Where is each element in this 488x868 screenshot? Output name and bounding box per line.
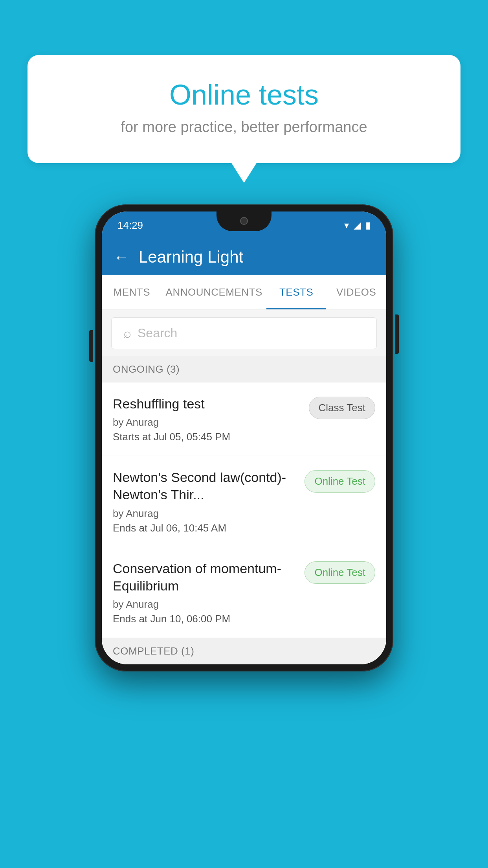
test-name-2: Newton's Second law(contd)-Newton's Thir… <box>113 469 297 503</box>
completed-title: COMPLETED (1) <box>113 645 194 657</box>
bubble-title: Online tests <box>59 79 429 111</box>
test-item-conservation[interactable]: Conservation of momentum-Equilibrium by … <box>102 547 386 638</box>
back-button[interactable]: ← <box>114 248 129 266</box>
test-date-1: Starts at Jul 05, 05:45 PM <box>113 431 301 443</box>
test-name-3: Conservation of momentum-Equilibrium <box>113 560 297 594</box>
status-time: 14:29 <box>117 219 143 232</box>
test-author-1: by Anurag <box>113 416 301 428</box>
test-author-3: by Anurag <box>113 598 297 611</box>
test-item-newton[interactable]: Newton's Second law(contd)-Newton's Thir… <box>102 456 386 547</box>
battery-icon: ▮ <box>365 220 371 231</box>
tab-ments[interactable]: MENTS <box>102 275 162 309</box>
test-badge-class: Class Test <box>309 397 375 419</box>
search-container: ⌕ Search <box>102 310 386 356</box>
signal-icon: ◢ <box>354 220 361 231</box>
status-icons: ▾ ◢ ▮ <box>344 220 371 231</box>
ongoing-section-header: ONGOING (3) <box>102 356 386 383</box>
tab-tests[interactable]: TESTS <box>266 275 327 309</box>
tab-announcements[interactable]: ANNOUNCEMENTS <box>162 275 266 309</box>
test-date-2: Ends at Jul 06, 10:45 AM <box>113 522 297 534</box>
test-date-3: Ends at Jun 10, 06:00 PM <box>113 613 297 625</box>
test-item-reshuffling[interactable]: Reshuffling test by Anurag Starts at Jul… <box>102 383 386 456</box>
test-author-2: by Anurag <box>113 508 297 520</box>
search-placeholder: Search <box>138 326 177 340</box>
test-badge-online-1: Online Test <box>305 470 375 493</box>
ongoing-title: ONGOING (3) <box>113 363 180 375</box>
test-list: Reshuffling test by Anurag Starts at Jul… <box>102 383 386 638</box>
promo-section: Online tests for more practice, better p… <box>28 55 460 163</box>
tab-videos[interactable]: VIDEOS <box>326 275 386 309</box>
phone-frame: 14:29 ▾ ◢ ▮ ← Learning Light MENTS ANNOU… <box>95 204 393 671</box>
app-title: Learning Light <box>139 248 243 267</box>
completed-section-header: COMPLETED (1) <box>102 638 386 664</box>
test-info-1: Reshuffling test by Anurag Starts at Jul… <box>113 395 309 443</box>
test-name-1: Reshuffling test <box>113 395 301 412</box>
tabs-bar: MENTS ANNOUNCEMENTS TESTS VIDEOS <box>102 275 386 310</box>
test-info-2: Newton's Second law(contd)-Newton's Thir… <box>113 469 305 534</box>
test-badge-online-2: Online Test <box>305 561 375 584</box>
app-header: ← Learning Light <box>102 239 386 275</box>
status-bar: 14:29 ▾ ◢ ▮ <box>102 211 386 239</box>
notch <box>216 211 272 231</box>
camera-lens <box>240 217 248 225</box>
search-icon: ⌕ <box>123 326 131 341</box>
phone-mockup: 14:29 ▾ ◢ ▮ ← Learning Light MENTS ANNOU… <box>95 204 393 671</box>
search-bar[interactable]: ⌕ Search <box>111 317 377 349</box>
phone-screen: 14:29 ▾ ◢ ▮ ← Learning Light MENTS ANNOU… <box>102 211 386 664</box>
speech-bubble: Online tests for more practice, better p… <box>28 55 460 163</box>
bubble-subtitle: for more practice, better performance <box>59 119 429 136</box>
wifi-icon: ▾ <box>344 220 349 231</box>
test-info-3: Conservation of momentum-Equilibrium by … <box>113 560 305 625</box>
